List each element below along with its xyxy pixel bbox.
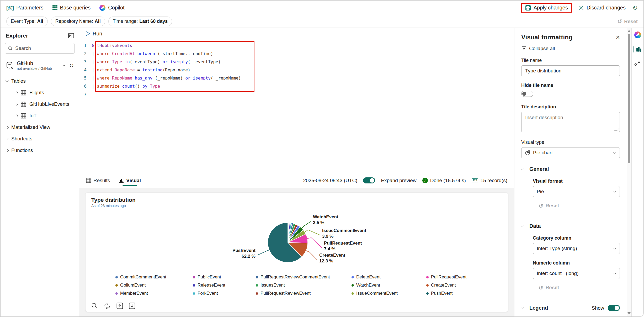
sidebar-item-githubliveevents[interactable]: GitHubLiveEvents [4, 98, 75, 110]
scroll-down-icon[interactable] [627, 312, 631, 314]
chevron-down-icon[interactable] [521, 306, 524, 309]
section-general-title: General [529, 166, 549, 172]
discard-changes-button[interactable]: Discard changes [579, 5, 626, 11]
tab-results-label: Results [93, 178, 110, 183]
hide-tile-name-label: Hide tile name [521, 83, 620, 88]
filter-value: All [95, 19, 101, 24]
tab-results[interactable]: Results [86, 173, 110, 188]
sidebar-item-tables[interactable]: Tables [4, 75, 75, 87]
filters-reset-button[interactable]: ↺ Reset [618, 19, 638, 24]
legend-item-gollumevent[interactable]: GollumEvent [115, 283, 193, 288]
legend-show-toggle[interactable] [608, 305, 620, 311]
data-reset-button[interactable]: ↺ Reset [539, 285, 559, 290]
legend-item-issuesevent[interactable]: IssuesEvent [256, 283, 352, 288]
legend-item-watchevent[interactable]: WatchEvent [352, 283, 426, 288]
filter-pill-event-type-[interactable]: Event Type:All [6, 17, 48, 26]
pie-label-pushevent: PushEvent62.2 % [232, 248, 256, 259]
legend-item-memberevent[interactable]: MemberEvent [115, 291, 193, 296]
zoom-search-icon[interactable] [91, 303, 98, 309]
close-panel-button[interactable]: × [616, 34, 620, 41]
refresh-button[interactable]: ↻ [632, 5, 638, 11]
refresh-icon: ↻ [632, 5, 638, 11]
panel-scrollbar[interactable] [627, 28, 631, 316]
chevron-right-icon [5, 149, 9, 152]
success-check-icon: ✓ [422, 178, 428, 183]
legend-item-pushevent[interactable]: PushEvent [426, 291, 489, 296]
chevron-down-icon[interactable] [63, 64, 65, 66]
legend-item-pullrequestevent[interactable]: PullRequestEvent [426, 274, 489, 280]
sidebar-item-materialized-view[interactable]: Materialized View [4, 121, 75, 133]
sidebar-item-flights[interactable]: Flights [4, 87, 75, 98]
connector-icon[interactable] [634, 60, 641, 66]
expand-preview-toggle[interactable] [363, 177, 375, 183]
filters-reset-label: Reset [624, 19, 638, 24]
right-icon-strip [631, 28, 643, 316]
move-down-icon[interactable] [129, 303, 135, 309]
numeric-column-dropdown[interactable]: Infer: count_ (long) [533, 268, 620, 279]
base-queries-button[interactable]: Base queries [52, 5, 91, 11]
legend-item-issuecommentevent[interactable]: IssueCommentEvent [352, 291, 426, 296]
legend-item-deleteevent[interactable]: DeleteEvent [352, 274, 426, 280]
database-icon [6, 61, 14, 70]
record-count-icon: 123 [472, 178, 478, 182]
legend-label: PushEvent [431, 291, 453, 296]
legend-color-dot [352, 284, 354, 287]
general-reset-label: Reset [546, 203, 559, 209]
filter-label: Event Type: [11, 19, 36, 24]
kql-editor[interactable]: 1GitHubLiveEvents2| where CreatedAt betw… [79, 39, 514, 173]
active-pane-indicator [634, 46, 634, 52]
sidebar-item-shortcuts[interactable]: Shortcuts [4, 133, 75, 145]
sidebar-item-functions[interactable]: Functions [4, 145, 75, 156]
legend-item-createevent[interactable]: CreateEvent [426, 283, 489, 288]
legend-color-dot [115, 276, 118, 278]
sidebar-item-iot[interactable]: IoT [4, 110, 75, 121]
parameters-button[interactable]: [@] Parameters [6, 5, 44, 11]
category-column-dropdown[interactable]: Infer: Type (string) [533, 243, 620, 254]
tile-name-input[interactable] [521, 65, 620, 76]
chart-legend: CommitCommentEventPublicEventPullRequest… [91, 274, 502, 296]
copilot-pane-icon[interactable] [634, 31, 641, 38]
visual-format-dropdown[interactable]: Pie [533, 186, 620, 197]
chevron-down-icon[interactable] [521, 167, 524, 170]
database-subtitle: not available / GitHub [17, 66, 52, 71]
explorer-sidebar: Explorer [1, 28, 79, 316]
legend-item-commitcommentevent[interactable]: CommitCommentEvent [115, 274, 193, 280]
legend-label: IssuesEvent [260, 283, 285, 288]
scrollbar-thumb[interactable] [628, 34, 630, 163]
scroll-up-icon[interactable] [627, 30, 631, 32]
legend-item-publicevent[interactable]: PublicEvent [193, 274, 256, 280]
collapse-panel-icon[interactable] [68, 33, 74, 39]
search-input[interactable] [15, 45, 71, 51]
callout-line [258, 250, 270, 255]
legend-item-forkevent[interactable]: ForkEvent [193, 291, 256, 296]
swap-refresh-icon[interactable] [104, 303, 111, 309]
pie-label-createevent: CreateEvent12.3 % [319, 253, 345, 263]
code-line-6: 6| summarize count() by Type [79, 82, 514, 90]
filter-pill-repository-name-[interactable]: Repository Name:All [51, 17, 105, 26]
visual-formatting-pane-item[interactable] [634, 46, 642, 52]
chevron-down-icon [613, 271, 616, 274]
visual-type-dropdown[interactable]: Pie chart [521, 147, 620, 158]
hide-tile-name-toggle[interactable] [521, 91, 533, 97]
legend-show-label: Show [592, 305, 604, 311]
filter-pill-time-range-[interactable]: Time range:Last 60 days [108, 17, 172, 26]
chevron-down-icon[interactable] [521, 224, 524, 227]
tile-description-input[interactable] [521, 112, 620, 132]
legend-item-releaseevent[interactable]: ReleaseEvent [193, 283, 256, 288]
general-reset-button[interactable]: ↺ Reset [539, 203, 559, 209]
tab-visual[interactable]: Visual [119, 173, 141, 188]
data-reset-label: Reset [546, 285, 559, 290]
legend-item-pullrequestreviewevent[interactable]: PullRequestReviewEvent [256, 291, 352, 296]
apply-changes-button[interactable]: Apply changes [525, 5, 568, 11]
collapse-all-button[interactable]: Collapse all [521, 46, 620, 51]
sync-icon[interactable]: ↻ [69, 63, 74, 68]
move-up-icon[interactable] [116, 303, 123, 309]
copilot-button[interactable]: Copilot [99, 5, 124, 11]
tile-title: Type distribution [91, 197, 502, 203]
legend-label: IssueCommentEvent [356, 291, 398, 296]
legend-item-pullrequestreviewcommentevent[interactable]: PullRequestReviewCommentEvent [256, 274, 352, 280]
tile-description-label: Tile description [521, 104, 620, 110]
legend-color-dot [256, 284, 258, 287]
database-item-github[interactable]: GitHub not available / GitHub ↻ [4, 58, 75, 75]
run-button[interactable]: Run [86, 31, 102, 37]
